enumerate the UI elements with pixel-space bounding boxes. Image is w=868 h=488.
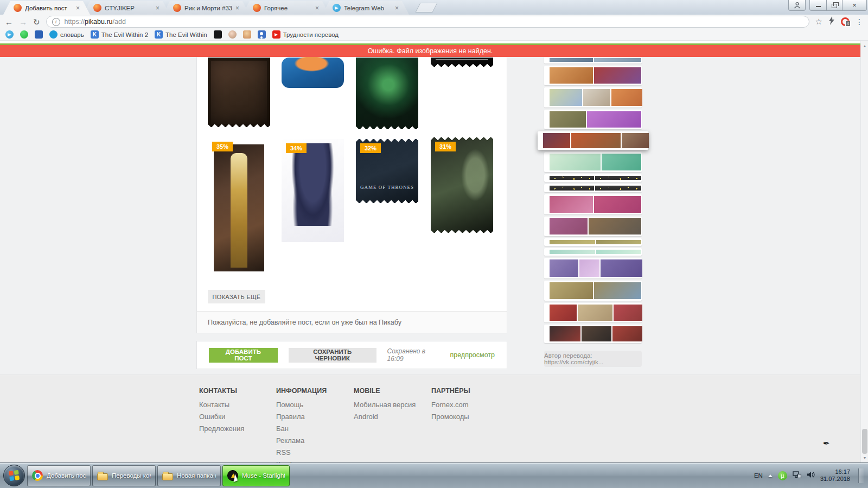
page-scrollbar[interactable]: ▲ ▼ <box>860 41 868 462</box>
similar-post-thumb[interactable] <box>208 58 270 127</box>
preview-link[interactable]: предпросмотр <box>450 351 495 359</box>
tab-close-icon[interactable]: × <box>156 5 159 11</box>
scroll-down-icon[interactable]: ▼ <box>861 454 868 461</box>
bookmark-item[interactable] <box>258 30 266 39</box>
show-more-button[interactable]: ПОКАЗАТЬ ЕЩЁ <box>208 290 265 303</box>
footer-link[interactable]: Мобильная версия <box>354 401 435 409</box>
comic-strip-row[interactable] <box>544 66 642 85</box>
similar-post-thumb[interactable]: 35% <box>208 137 270 278</box>
comic-strip-row[interactable] <box>544 184 642 192</box>
similar-post-thumb[interactable]: 34% <box>282 139 344 242</box>
bookmark-item[interactable] <box>243 30 251 39</box>
taskbar-clock[interactable]: 16:17 31.07.2018 <box>820 468 850 483</box>
browser-tab[interactable]: Рик и Морти #33× <box>163 1 250 15</box>
tab-close-icon[interactable]: × <box>76 5 80 11</box>
comic-strip-row[interactable] <box>544 248 642 256</box>
comic-strip-row[interactable] <box>544 281 642 301</box>
similar-post-thumb[interactable]: 31% <box>431 137 493 233</box>
comic-panel <box>601 259 642 277</box>
tab-title: CTYJIKEP <box>105 5 152 11</box>
bookmark-label: The Evil Within 2 <box>101 31 148 38</box>
close-button[interactable]: × <box>842 0 867 11</box>
save-draft-button[interactable]: СОХРАНИТЬ ЧЕРНОВИК <box>289 348 376 363</box>
profile-icon[interactable] <box>788 0 806 11</box>
similar-post-thumb[interactable] <box>431 58 493 67</box>
taskbar-button[interactable]: Muse - Starlight <box>222 465 290 486</box>
address-bar[interactable]: i https://pikabu.ru/add <box>46 16 809 28</box>
comic-strip-row-selected[interactable] <box>538 131 648 150</box>
volume-icon[interactable] <box>807 471 815 480</box>
footer-link[interactable]: Контакты <box>199 401 280 409</box>
bookmark-item[interactable]: Трудности перевод <box>272 30 339 39</box>
back-icon[interactable]: ← <box>5 18 13 26</box>
language-indicator[interactable]: EN <box>754 472 763 479</box>
comic-strip-row[interactable] <box>544 56 642 64</box>
tab-close-icon[interactable]: × <box>235 5 239 11</box>
restore-button[interactable] <box>827 0 842 11</box>
bookmark-item[interactable] <box>5 30 14 39</box>
footer-link[interactable]: Реклама <box>276 436 358 445</box>
scrollbar-thumb[interactable] <box>862 429 867 454</box>
browser-tab[interactable]: Добавить пост× <box>3 1 90 15</box>
comic-panel <box>589 218 641 235</box>
similar-post-thumb[interactable] <box>282 58 344 88</box>
taskbar-button[interactable]: Переводы комик... <box>92 465 156 486</box>
footer-link[interactable]: Правила <box>276 413 358 421</box>
utorrent-icon[interactable]: µ <box>778 471 787 480</box>
comic-strip-row[interactable] <box>544 194 642 214</box>
comic-strip-row[interactable] <box>544 325 642 343</box>
tab-close-icon[interactable]: × <box>395 5 399 11</box>
browser-tab[interactable]: Telegram Web× <box>322 1 409 15</box>
lightning-extension-icon[interactable] <box>828 16 835 27</box>
comic-strip <box>550 250 640 254</box>
footer-link[interactable]: Ошибки <box>199 413 280 421</box>
bookmark-item[interactable]: KThe Evil Within <box>155 30 207 39</box>
add-post-button[interactable]: ДОБАВИТЬ ПОСТ <box>209 348 278 363</box>
footer-link[interactable]: Fornex.com <box>431 401 513 409</box>
comic-strip-row[interactable] <box>544 152 642 172</box>
bookmark-item[interactable]: словарь <box>49 30 84 39</box>
footer-link[interactable]: Бан <box>276 424 358 433</box>
show-desktop-button[interactable] <box>858 468 864 483</box>
url-text: https://pikabu.ru/add <box>65 18 126 26</box>
footer-link[interactable]: RSS <box>276 448 358 457</box>
comic-strip-row[interactable] <box>544 174 642 182</box>
comic-strip-row[interactable] <box>544 87 642 107</box>
blocker-extension-icon[interactable]: 4 <box>841 17 850 26</box>
forward-icon[interactable]: → <box>19 18 27 26</box>
footer-link[interactable]: Предложения <box>199 424 280 433</box>
start-button[interactable] <box>3 465 25 486</box>
footer-link[interactable]: Помощь <box>276 401 358 409</box>
new-tab-button[interactable] <box>415 3 437 12</box>
bookmark-item[interactable] <box>35 30 43 39</box>
minimize-button[interactable] <box>809 0 827 11</box>
similar-post-thumb[interactable] <box>356 58 418 129</box>
comic-strip-row[interactable] <box>544 217 642 236</box>
comic-panel <box>595 186 641 191</box>
comic-strip-row[interactable] <box>544 303 642 322</box>
menu-dots-icon[interactable]: ⋮ <box>856 17 863 26</box>
bookmark-item[interactable] <box>214 30 222 39</box>
page-info-icon[interactable]: i <box>52 18 60 26</box>
taskbar-button[interactable]: Новая папка (2) <box>157 465 221 486</box>
bookmark-item[interactable]: KThe Evil Within 2 <box>91 30 148 39</box>
aimp-icon <box>227 470 238 481</box>
taskbar-button[interactable]: Добавить пост - ... <box>27 465 91 486</box>
comic-strip-row[interactable] <box>544 238 642 246</box>
browser-tab[interactable]: CTYJIKEP× <box>83 1 170 15</box>
scroll-up-icon[interactable]: ▲ <box>861 42 868 49</box>
comic-strip-row[interactable] <box>544 258 642 278</box>
bookmark-item[interactable] <box>20 30 28 39</box>
bookmark-star-icon[interactable]: ☆ <box>815 17 822 27</box>
tray-expand-icon[interactable] <box>768 474 773 477</box>
network-icon[interactable] <box>793 471 801 480</box>
tab-close-icon[interactable]: × <box>315 5 319 11</box>
bookmark-item[interactable] <box>228 30 237 39</box>
similar-post-thumb[interactable]: GAME OF THRONES32% <box>356 139 418 203</box>
browser-tab[interactable]: Горячее× <box>242 1 329 15</box>
footer-link[interactable]: Android <box>354 413 435 421</box>
feedback-pen-icon[interactable]: ✒ <box>823 439 830 448</box>
footer-link[interactable]: Промокоды <box>431 413 513 421</box>
comic-strip-row[interactable] <box>544 110 642 129</box>
refresh-icon[interactable]: ↻ <box>33 18 40 26</box>
